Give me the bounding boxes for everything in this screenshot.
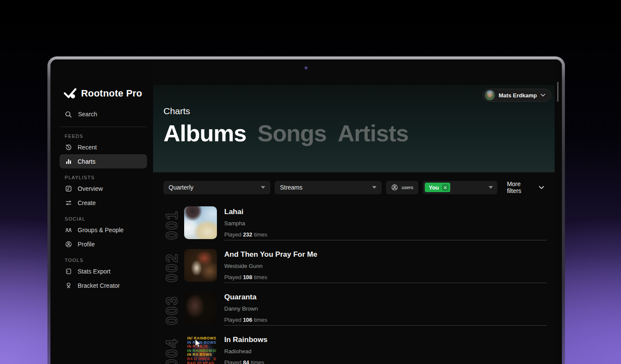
tab-artists[interactable]: Artists — [338, 119, 408, 147]
album-title: And Then You Pray For Me — [224, 250, 547, 259]
album-title: Quaranta — [224, 293, 547, 302]
laptop-frame: Rootnote Pro Search FEEDS — [47, 56, 565, 364]
more-filters-button[interactable]: More filters — [507, 180, 544, 194]
history-icon — [65, 144, 72, 151]
section-title-playlists: PLAYLISTS — [65, 175, 147, 180]
sidebar-item-profile[interactable]: Profile — [60, 237, 147, 251]
sidebar-item-overview[interactable]: Overview — [60, 181, 147, 196]
laptop-screen: Rootnote Pro Search FEEDS — [50, 59, 562, 364]
row-details: In Rainbows Radiohead Played 84 times — [224, 332, 547, 364]
section-title-feeds: FEEDS — [65, 134, 147, 139]
album-title: Lahai — [224, 208, 547, 216]
caret-down-icon — [484, 186, 493, 189]
caret-down-icon — [368, 186, 376, 189]
sidebar-item-label: Profile — [78, 241, 95, 248]
row-details: Lahai Sampha Played 232 times — [224, 204, 547, 240]
user-name: Mats Erdkamp — [499, 92, 537, 99]
sidebar-item-label: Overview — [78, 185, 103, 192]
filter-bar: Quarterly Streams — [153, 172, 555, 202]
more-filters-label: More filters — [507, 180, 536, 194]
play-count: Played 232 times — [224, 231, 547, 238]
page-title: Charts — [163, 106, 190, 116]
artist-name: Radiohead — [224, 348, 547, 355]
chart-row[interactable]: 004 IN/ RAINBOWSIN RAIN BOWSIN RA N /SIN… — [153, 332, 555, 364]
tab-albums[interactable]: Albums — [163, 119, 246, 147]
playlist-icon — [65, 185, 72, 192]
search-button[interactable]: Search — [60, 109, 147, 119]
rank-number: 001 — [163, 204, 181, 247]
chevron-down-icon — [539, 186, 544, 190]
chart-type-tabs: Albums Songs Artists — [163, 119, 408, 147]
user-tag-select[interactable]: You — [423, 181, 497, 194]
album-art: IN/ RAINBOWSIN RAIN BOWSIN RA N /SIN RAI… — [184, 334, 217, 364]
user-menu[interactable]: Mats Erdkamp — [483, 89, 551, 102]
chevron-down-icon — [540, 93, 546, 97]
artist-name: Westside Gunn — [224, 263, 547, 269]
sidebar-item-charts[interactable]: Charts — [60, 154, 147, 168]
chart-row[interactable]: 003 Quaranta Danny Brown Played 106 time… — [153, 289, 555, 332]
scrollbar[interactable] — [557, 82, 558, 102]
album-art — [184, 292, 217, 324]
tag-label: You — [429, 184, 439, 191]
sidebar-item-stats-export[interactable]: Stats Export — [60, 264, 147, 278]
remove-tag-button[interactable] — [442, 184, 448, 191]
album-title: In Rainbows — [224, 336, 547, 344]
rank-number: 003 — [163, 289, 181, 332]
chart-row[interactable]: 002 And Then You Pray For Me Westside Gu… — [153, 247, 555, 289]
main-panel: Mats Erdkamp Charts Albums Songs Artists — [153, 59, 555, 364]
bracket-icon — [65, 282, 72, 289]
sidebar-divider — [60, 127, 147, 127]
app-window: Rootnote Pro Search FEEDS — [50, 59, 562, 364]
tab-songs[interactable]: Songs — [257, 119, 326, 147]
sidebar-item-create[interactable]: Create — [60, 196, 147, 210]
period-select-value: Quarterly — [169, 184, 194, 191]
rank-number: 002 — [163, 247, 181, 289]
rootnote-logo-icon — [64, 88, 77, 99]
app-logo: Rootnote Pro — [60, 87, 147, 100]
search-icon — [65, 111, 72, 118]
artist-name: Danny Brown — [224, 305, 547, 312]
users-label: users — [401, 185, 413, 190]
page-background: Rootnote Pro Search FEEDS — [0, 0, 621, 364]
avatar — [485, 90, 495, 100]
search-label: Search — [78, 111, 97, 118]
metric-select-value: Streams — [280, 184, 302, 191]
people-icon — [65, 227, 72, 233]
users-filter-pill[interactable]: users — [386, 181, 418, 194]
period-select[interactable]: Quarterly — [163, 181, 270, 194]
charts-header: Mats Erdkamp Charts Albums Songs Artists — [153, 85, 555, 172]
chart-list: 001 Lahai Sampha Played 232 times 002 An… — [153, 202, 555, 364]
sidebar-item-groups-people[interactable]: Groups & People — [60, 223, 147, 237]
album-art — [184, 206, 217, 239]
person-circle-icon — [65, 241, 72, 248]
sliders-icon — [65, 199, 72, 206]
export-box-icon — [65, 268, 72, 275]
play-count: Played 108 times — [224, 274, 547, 280]
row-details: And Then You Pray For Me Westside Gunn P… — [224, 247, 547, 283]
person-circle-icon — [391, 184, 398, 191]
chart-row[interactable]: 001 Lahai Sampha Played 232 times — [153, 204, 555, 247]
sidebar-item-label: Recent — [78, 144, 97, 151]
sidebar-item-label: Stats Export — [78, 268, 110, 275]
sidebar-item-label: Create — [78, 199, 96, 206]
sidebar-item-bracket-creator[interactable]: Bracket Creator — [60, 278, 147, 292]
album-art — [184, 249, 217, 282]
webcam-dot — [304, 66, 308, 70]
bar-chart-icon — [65, 158, 72, 165]
row-details: Quaranta Danny Brown Played 106 times — [224, 289, 547, 326]
rank-number: 004 — [163, 332, 181, 364]
selected-user-tag: You — [425, 183, 450, 192]
metric-select[interactable]: Streams — [275, 181, 382, 194]
sidebar: Rootnote Pro Search FEEDS — [50, 59, 153, 364]
section-title-social: SOCIAL — [65, 216, 147, 221]
sidebar-item-recent[interactable]: Recent — [60, 140, 147, 154]
sidebar-item-label: Bracket Creator — [78, 282, 120, 289]
play-count: Played 106 times — [224, 317, 547, 323]
sidebar-item-label: Groups & People — [78, 227, 124, 233]
artist-name: Sampha — [224, 220, 547, 227]
section-title-tools: TOOLS — [65, 258, 147, 263]
caret-down-icon — [257, 186, 265, 189]
sidebar-item-label: Charts — [78, 158, 95, 165]
app-title: Rootnote Pro — [81, 88, 142, 99]
play-count: Played 84 times — [224, 359, 547, 364]
